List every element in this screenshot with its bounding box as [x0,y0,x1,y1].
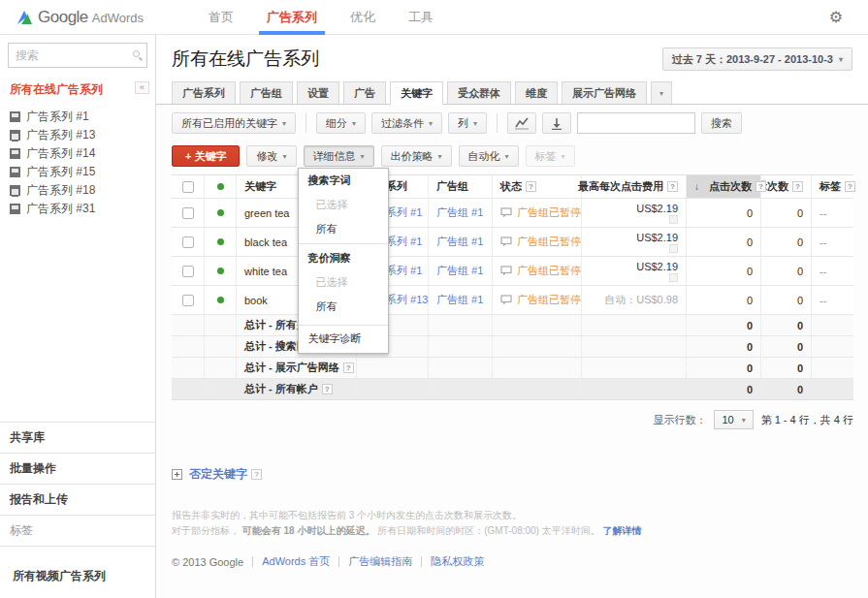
action-bar: + 关键字 修改 ▾ 详细信息 ▾ 搜索字词 已选择 所有 [172,145,852,167]
header-max-cpc[interactable]: 最高每次点击费用? [582,175,687,198]
view-filter-button[interactable]: 所有已启用的关键字 ▾ [172,112,296,134]
nav-home[interactable]: 首页 [209,0,234,35]
help-icon[interactable]: ? [343,362,354,373]
total-empty-cell [429,379,493,399]
header-clicks[interactable]: ↓点击次数? [687,175,761,198]
sidebar-item-labels[interactable]: 标签 [0,516,155,547]
max-cpc-cell[interactable]: 自动：US$0.98 [582,286,687,314]
nav-tools[interactable]: 工具 [408,0,434,35]
sidebar-campaign-18[interactable]: 广告系列 #18 [10,181,155,200]
menu-item-search-terms-all[interactable]: 所有 [299,217,388,241]
max-cpc-cell[interactable]: US$2.19 [582,199,687,227]
total-empty-cell [812,358,853,378]
segment-button[interactable]: 细分 ▾ [316,112,366,134]
select-all-checkbox[interactable] [182,181,194,193]
tab-ad-groups[interactable]: 广告组 [240,81,293,104]
sidebar-campaign-14[interactable]: 广告系列 #14 [10,144,155,163]
sidebar-item-reports-uploads[interactable]: 报告和上传 [0,485,155,516]
adwords-triangle-icon [16,9,34,25]
rows-per-page-select[interactable]: 10 ▾ [714,410,753,429]
footer-link-editorial-guidelines[interactable]: 广告编辑指南 [348,554,412,569]
help-icon[interactable]: ? [845,181,855,192]
total-empty-cell [582,358,687,378]
copyright-text: © 2013 Google [172,556,243,568]
tab-ads[interactable]: 广告 [343,81,386,104]
footer-link-privacy-policy[interactable]: 隐私权政策 [431,554,484,569]
header-status[interactable]: 状态? [493,175,582,198]
search-button[interactable]: 搜索 [701,112,742,134]
row-checkbox[interactable] [182,236,194,248]
edit-bid-icon[interactable] [669,273,678,282]
sidebar-item-video-campaigns[interactable]: 所有视频广告系列 [0,560,155,598]
chevron-down-icon: ▾ [562,152,565,161]
rows-per-page-value: 10 [722,414,733,425]
keyword-search-input[interactable] [577,112,695,134]
help-icon[interactable]: ? [667,181,678,192]
help-icon[interactable]: ? [526,181,536,192]
collapse-sidebar-button[interactable]: « [135,81,149,94]
tab-campaigns[interactable]: 广告系列 [172,81,236,104]
tab-display-network[interactable]: 展示广告网络 [562,81,647,104]
total-empty-cell [582,336,687,357]
chart-button[interactable] [507,112,536,134]
view-filter-label: 所有已启用的关键字 [181,116,277,131]
tab-dimensions[interactable]: 维度 [515,81,558,104]
ad-group-link[interactable]: 广告组 #1 [436,205,483,220]
sidebar-campaign-1[interactable]: 广告系列 #1 [10,108,155,126]
negative-keywords-link[interactable]: 否定关键字 [189,466,247,483]
brand-google: Google [38,8,88,27]
sidebar-item-bulk-operations[interactable]: 批量操作 [0,454,155,485]
edit-bid-icon[interactable] [669,215,678,224]
bid-strategy-button[interactable]: 出价策略 ▾ [381,145,452,167]
sidebar-campaign-15[interactable]: 广告系列 #15 [10,163,155,181]
date-range-button[interactable]: 过去 7 天：2013-9-27 - 2013-10-3 ▾ [662,47,852,71]
max-cpc-cell[interactable]: US$2.19 [582,228,687,256]
ad-group-link[interactable]: 广告组 #1 [436,264,483,278]
row-checkbox[interactable] [182,207,194,219]
footer-link-adwords-home[interactable]: AdWords 首页 [262,554,330,569]
columns-button[interactable]: 列 ▾ [448,112,487,134]
help-icon[interactable]: ? [792,181,803,192]
help-icon[interactable]: ? [251,469,262,480]
sidebar-campaign-13[interactable]: 广告系列 #13 [10,126,155,144]
header-impressions[interactable]: 展示次数? [761,175,812,198]
all-campaigns-row: 所有在线广告系列 « [0,74,155,104]
sidebar-item-shared-library[interactable]: 共享库 [0,423,155,454]
adwords-logo[interactable]: Google AdWords [0,8,209,27]
row-checkbox[interactable] [182,295,194,306]
download-button[interactable] [542,112,571,134]
details-button[interactable]: 详细信息 ▾ [304,145,374,167]
filter-button[interactable]: 过滤条件 ▾ [371,112,442,134]
expand-icon[interactable] [172,469,182,480]
ad-group-link[interactable]: 广告组 #1 [436,235,483,249]
menu-item-keyword-diagnosis[interactable]: 关键字诊断 [299,325,388,352]
line-chart-icon [514,116,530,130]
nav-opportunities[interactable]: 优化 [350,0,375,35]
row-select-cell [172,199,205,227]
ad-group-link[interactable]: 广告组 #1 [436,293,483,307]
all-campaigns-link[interactable]: 所有在线广告系列 [10,81,103,98]
automate-button[interactable]: 自动化 ▾ [459,145,519,167]
tab-more-button[interactable]: ▾ [651,81,672,104]
header-ad-group[interactable]: 广告组 [429,175,493,198]
max-cpc-cell[interactable]: US$2.19 [582,257,687,285]
help-icon[interactable]: ? [322,384,333,394]
help-icon[interactable]: ? [755,181,766,192]
tab-settings[interactable]: 设置 [297,81,339,104]
add-keywords-button[interactable]: + 关键字 [172,145,240,167]
tab-audiences[interactable]: 受众群体 [447,81,511,104]
header-labels[interactable]: 标签? [812,175,853,198]
learn-more-link[interactable]: 了解详情 [603,525,642,536]
gear-icon[interactable]: ⚙ [829,8,843,26]
sidebar-search-input[interactable] [8,43,147,68]
tab-keywords[interactable]: 关键字 [390,81,443,105]
menu-item-auction-selected: 已选择 [299,270,388,295]
header-status-dot-cell[interactable] [205,175,237,198]
total-empty-cell [357,379,429,399]
row-checkbox[interactable] [182,266,194,277]
menu-item-auction-all[interactable]: 所有 [299,295,388,319]
edit-bid-icon[interactable] [669,244,678,253]
sidebar-campaign-31[interactable]: 广告系列 #31 [10,200,155,218]
edit-button[interactable]: 修改 ▾ [246,145,296,167]
nav-campaigns[interactable]: 广告系列 [267,0,317,35]
